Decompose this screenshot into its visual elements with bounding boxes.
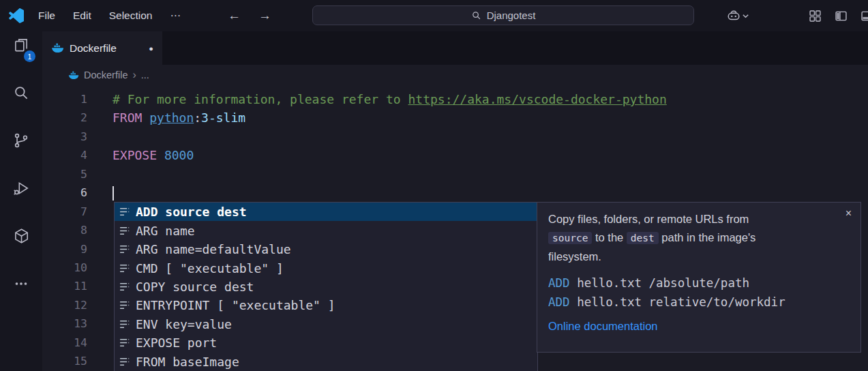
line-number: 8 (42, 221, 87, 239)
breadcrumb: Dockerfile › ... (42, 65, 868, 85)
sidebar-item-run-debug[interactable] (12, 179, 30, 197)
suggest-item[interactable]: COPY source dest (115, 278, 537, 296)
line-number: 10 (42, 258, 87, 277)
modified-indicator[interactable]: ● (149, 44, 153, 53)
sidebar-item-source-control[interactable] (12, 132, 30, 149)
menu-file[interactable]: File (29, 7, 64, 25)
line-number: 3 (42, 128, 87, 146)
suggest-item[interactable]: ADD source dest (115, 203, 537, 221)
suggest-item-label: ADD source dest (136, 205, 247, 219)
menu-more[interactable]: ⋯ (161, 7, 190, 25)
code-example: ADD hello.txt /absolute/path (548, 274, 850, 293)
line-number: 7 (42, 203, 87, 221)
suggest-item[interactable]: ARG name=defaultValue (115, 240, 537, 258)
snippet-icon (119, 356, 130, 368)
breadcrumb-separator-icon: › (132, 69, 136, 81)
sidebar-item-explorer[interactable]: 1 (12, 36, 30, 54)
suggest-item-label: CMD [ "executable" ] (136, 261, 284, 276)
toggle-sidebar-icon[interactable] (834, 9, 848, 23)
menu-selection[interactable]: Selection (100, 7, 162, 25)
snippet-icon (119, 206, 130, 218)
ellipsis-icon (12, 275, 30, 293)
line-content: EXPOSE 8000 (113, 146, 194, 164)
suggest-item[interactable]: ARG name (115, 221, 537, 239)
vscode-logo-icon (9, 8, 24, 23)
text-cursor (113, 186, 114, 201)
history-nav: ← → (228, 8, 271, 23)
line-number: 15 (42, 352, 87, 370)
explorer-badge: 1 (24, 50, 35, 62)
line-number: 11 (42, 277, 87, 295)
command-center-search[interactable]: Djangotest (312, 5, 694, 25)
snippet-icon (119, 281, 130, 293)
suggest-item[interactable]: FROM baseImage (115, 353, 537, 371)
doc-description-line: source to the dest path in the image's (548, 228, 850, 248)
breadcrumb-more[interactable]: ... (141, 70, 149, 80)
line-number: 6 (42, 183, 87, 202)
search-icon (12, 84, 30, 102)
back-icon[interactable]: ← (228, 8, 241, 23)
snippet-icon (119, 263, 130, 274)
line-number: 9 (42, 240, 87, 258)
titlebar: File Edit Selection ⋯ ← → Djangotest (0, 0, 868, 31)
code-line[interactable]: 6 (42, 183, 868, 202)
search-value: Djangotest (487, 10, 536, 21)
inline-code: source (548, 232, 592, 244)
suggest-item[interactable]: CMD [ "executable" ] (115, 258, 537, 277)
code-line[interactable]: 3 (42, 128, 868, 146)
breadcrumb-file[interactable]: Dockerfile (84, 70, 128, 80)
suggest-item[interactable]: EXPOSE port (115, 333, 537, 352)
suggest-item-label: ENV key=value (136, 317, 232, 331)
menu-bar: File Edit Selection ⋯ (29, 7, 190, 25)
suggest-item-label: ARG name=defaultValue (136, 242, 291, 256)
line-content (113, 183, 114, 202)
run-and-debug-icon (12, 179, 30, 197)
code-line[interactable]: 2 FROM python:3-slim (42, 108, 868, 127)
menu-edit[interactable]: Edit (64, 7, 100, 25)
inline-code: dest (627, 232, 659, 244)
suggest-item-label: COPY source dest (136, 280, 254, 294)
tab-dockerfile[interactable]: Dockerfile ● (42, 31, 162, 65)
sidebar-item-search[interactable] (12, 84, 30, 102)
code-line[interactable]: 5 (42, 165, 868, 183)
code-line[interactable]: 4 EXPOSE 8000 (42, 146, 868, 164)
suggest-docs-panel: × Copy files, folders, or remote URLs fr… (537, 202, 861, 353)
suggest-item[interactable]: ENTRYPOINT [ "executable" ] (115, 296, 537, 314)
activity-bar: 1 (0, 31, 42, 371)
line-number: 2 (42, 108, 87, 127)
customize-layout-icon[interactable] (808, 9, 822, 23)
copilot-icon (726, 8, 741, 23)
sidebar-item-docker[interactable] (12, 227, 30, 245)
suggest-item-label: ARG name (136, 224, 195, 238)
suggest-item-label: ENTRYPOINT [ "executable" ] (136, 298, 335, 312)
forward-icon[interactable]: → (258, 8, 271, 23)
suggest-item-label: EXPOSE port (136, 336, 217, 350)
suggest-item[interactable]: ENV key=value (115, 315, 537, 333)
tab-label: Dockerfile (70, 42, 117, 55)
copilot-button[interactable] (726, 8, 749, 23)
snippet-icon (119, 318, 130, 330)
sidebar-item-more-views[interactable] (12, 275, 30, 293)
close-icon[interactable]: × (845, 208, 852, 219)
docker-icon (12, 227, 30, 245)
chevron-down-icon (742, 12, 749, 20)
docker-whale-icon (51, 43, 64, 53)
toggle-panel-icon[interactable] (860, 9, 868, 23)
doc-description-line: filesystem. (548, 248, 850, 266)
snippet-icon (119, 225, 130, 237)
line-content: FROM python:3-slim (113, 108, 245, 127)
suggest-widget: ADD source dest ARG name ARG name=defaul… (114, 202, 538, 371)
snippet-icon (119, 243, 130, 255)
doc-description: Copy files, folders, or remote URLs from… (548, 210, 850, 266)
doc-examples: ADD hello.txt /absolute/pathADD hello.tx… (548, 274, 850, 312)
code-example: ADD hello.txt relative/to/workdir (548, 293, 850, 312)
tab-bar: Dockerfile ● (42, 31, 868, 65)
line-number: 12 (42, 296, 87, 314)
line-number: 13 (42, 314, 87, 333)
online-documentation-link[interactable]: Online documentation (548, 320, 658, 333)
docker-whale-icon (68, 71, 79, 80)
code-line[interactable]: 1 # For more information, please refer t… (42, 90, 868, 108)
line-number: 14 (42, 333, 87, 352)
snippet-icon (119, 337, 130, 348)
git-branch-icon (12, 132, 30, 149)
